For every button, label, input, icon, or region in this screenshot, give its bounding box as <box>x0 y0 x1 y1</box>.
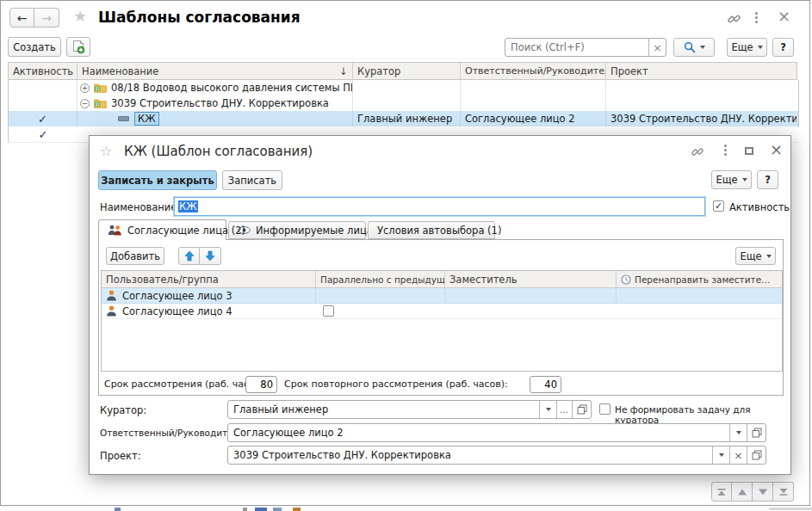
column-header-activity[interactable]: Активность <box>9 63 77 79</box>
column-label: Наименование <box>82 65 158 77</box>
table-row-item-selected[interactable]: ✓ КЖ Главный инженер Согласующее лицо 2 … <box>8 111 799 127</box>
dialog-help-button[interactable]: ? <box>757 170 778 189</box>
save-button[interactable]: Записать <box>222 170 282 190</box>
curator-open-icon[interactable] <box>572 401 591 418</box>
dialog-copy-link-icon[interactable] <box>691 145 704 159</box>
go-first-button[interactable] <box>711 482 732 502</box>
dialog-more-icon[interactable] <box>724 145 727 156</box>
project-field[interactable]: 3039 Строительство ДНУ. Корректировка × <box>227 446 766 465</box>
column-header-user[interactable]: Пользователь/группа <box>102 271 316 287</box>
cell-curator <box>353 95 461 111</box>
approvers-more-button[interactable]: Еще <box>735 247 776 265</box>
approver-row-selected[interactable]: Согласующее лицо 3 <box>102 288 782 304</box>
more-dropdown-icon <box>758 46 763 49</box>
page-title: Шаблоны согласования <box>98 9 301 26</box>
tab-autoselect[interactable]: Условия автовыбора (1) <box>368 221 495 239</box>
window-close-icon[interactable]: × <box>778 7 790 25</box>
table-row-group[interactable]: + 08/18 Водовод высокого давления систем… <box>8 80 799 96</box>
curator-label: Куратор: <box>100 404 146 416</box>
list-help-label: ? <box>780 41 786 53</box>
column-header-responsible[interactable]: Ответственный/Руководитель <box>461 63 606 79</box>
column-header-project[interactable]: Проект <box>606 63 797 79</box>
back-button[interactable]: ← <box>9 8 34 28</box>
tab-approvers[interactable]: Согласующие лица (2) <box>98 219 226 240</box>
back-icon: ← <box>17 11 28 25</box>
activity-checkbox-label: Активность <box>729 201 790 213</box>
go-next-button[interactable] <box>753 482 773 502</box>
cell-activity <box>9 80 77 95</box>
review-period-input[interactable] <box>245 376 277 393</box>
folder-icon <box>94 83 107 93</box>
project-dropdown-icon[interactable] <box>712 446 729 464</box>
rereview-period-input[interactable] <box>530 376 561 393</box>
move-down-button[interactable] <box>200 247 221 265</box>
sliver-mark <box>769 508 812 510</box>
curator-choose-button[interactable]: … <box>556 401 572 418</box>
column-header-deputy[interactable]: Заместитель <box>445 271 617 287</box>
list-more-button[interactable]: Еще <box>727 38 767 57</box>
collapse-icon[interactable]: − <box>80 99 90 108</box>
column-label: Заместитель <box>449 274 518 286</box>
dialog-more-button[interactable]: Еще <box>711 170 752 189</box>
list-help-button[interactable]: ? <box>772 38 794 57</box>
dialog-maximize-icon[interactable] <box>745 147 753 155</box>
tab-informed[interactable]: Информируемые лица (1) <box>228 221 366 239</box>
table-row-group[interactable]: − 3039 Строительство ДНУ. Корректировка <box>8 95 799 112</box>
save-and-close-button[interactable]: Записать и закрыть <box>98 170 217 190</box>
list-more-label: Еще <box>731 41 753 53</box>
dialog-close-icon[interactable]: × <box>770 140 783 158</box>
column-header-name[interactable]: Наименование ↓ <box>77 63 353 79</box>
project-open-icon[interactable] <box>747 446 766 464</box>
column-header-redirect[interactable]: Перенаправить заместите… <box>617 271 782 287</box>
responsible-value: Согласующее лицо 2 <box>465 113 575 125</box>
expand-icon[interactable]: + <box>80 83 90 93</box>
cell-responsible <box>461 95 606 111</box>
cell-responsible: Согласующее лицо 2 <box>461 111 606 126</box>
activity-checkbox[interactable]: ✓ <box>713 200 724 212</box>
go-last-button[interactable] <box>773 482 794 502</box>
dialog-title: КЖ (Шаблон согласования) <box>124 144 313 159</box>
create-group-button[interactable] <box>66 37 90 57</box>
responsible-field[interactable]: Согласующее лицо 2 <box>227 423 766 442</box>
curator-field[interactable]: Главный инженер … <box>227 400 592 419</box>
move-up-button[interactable] <box>178 247 200 265</box>
project-clear-icon[interactable]: × <box>729 446 747 464</box>
cell-activity <box>9 95 77 111</box>
clock-icon <box>621 274 631 285</box>
curator-value: Главный инженер <box>357 113 452 125</box>
responsible-dropdown-icon[interactable] <box>729 424 747 441</box>
sliver-mark <box>243 508 247 511</box>
item-dash-icon <box>118 116 129 121</box>
window-more-icon[interactable] <box>755 12 758 23</box>
forward-button[interactable]: → <box>34 8 59 28</box>
create-button-label: Создать <box>13 41 56 53</box>
approver-row[interactable]: Согласующее лицо 4 <box>102 304 782 319</box>
copy-link-icon[interactable] <box>727 12 741 27</box>
nav-button-group: ← → <box>9 8 59 28</box>
search-button[interactable] <box>673 38 715 57</box>
name-input[interactable]: КЖ <box>174 197 705 216</box>
move-button-group <box>178 247 221 265</box>
dialog-star-icon[interactable]: ☆ <box>100 143 112 159</box>
column-header-curator[interactable]: Куратор <box>353 63 461 79</box>
parallel-checkbox[interactable] <box>323 305 334 317</box>
no-task-checkbox[interactable] <box>599 403 611 415</box>
approvers-panel: Добавить Еще <box>98 239 784 396</box>
favorite-star-icon[interactable]: ★ <box>73 7 87 25</box>
cell-deputy <box>445 288 617 303</box>
add-button[interactable]: Добавить <box>106 247 164 265</box>
curator-dropdown-icon[interactable] <box>539 401 556 418</box>
responsible-open-icon[interactable] <box>747 424 766 441</box>
go-prev-button[interactable] <box>732 482 753 502</box>
cell-curator: Главный инженер <box>353 111 461 126</box>
search-input[interactable] <box>505 39 648 56</box>
cell-parallel <box>316 304 445 318</box>
search-box[interactable]: × <box>505 38 666 57</box>
search-clear-icon[interactable]: × <box>648 39 666 56</box>
cell-user: Согласующее лицо 3 <box>102 288 316 303</box>
cell-user: Согласующее лицо 4 <box>102 304 316 318</box>
item-name-box[interactable]: КЖ <box>134 112 159 126</box>
column-header-parallel[interactable]: Параллельно с предыдущим <box>316 271 445 287</box>
create-button[interactable]: Создать <box>8 37 61 57</box>
search-dropdown-icon <box>700 46 705 49</box>
